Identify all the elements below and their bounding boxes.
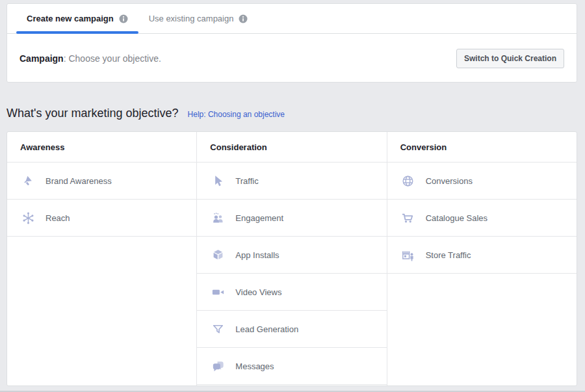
campaign-setup-card: Create new campaign Use existing campaig… — [6, 3, 577, 83]
column-header: Consideration — [197, 132, 386, 163]
objective-heading-row: What's your marketing objective? Help: C… — [6, 107, 285, 120]
campaign-header-row: Campaign : Choose your objective. Switch… — [7, 34, 577, 83]
megaphone-icon — [20, 173, 36, 189]
info-icon[interactable] — [239, 14, 248, 23]
objective-label: App Installs — [235, 250, 279, 260]
objective-app-installs[interactable]: App Installs — [197, 237, 386, 274]
tab-label: Create new campaign — [27, 14, 114, 23]
reach-icon — [20, 210, 36, 226]
objective-conversions[interactable]: Conversions — [387, 163, 577, 200]
objective-label: Brand Awareness — [46, 176, 112, 186]
objective-label: Catalogue Sales — [426, 213, 488, 223]
page-title: What's your marketing objective? — [6, 107, 179, 120]
objective-traffic[interactable]: Traffic — [197, 163, 386, 200]
column-conversion: Conversion Conversions Catalogue Sales — [387, 132, 577, 385]
globe-icon — [400, 173, 416, 189]
column-header: Conversion — [387, 132, 577, 163]
tab-create-new-campaign[interactable]: Create new campaign — [16, 4, 138, 33]
objective-label: Reach — [46, 213, 70, 223]
objective-catalogue-sales[interactable]: Catalogue Sales — [387, 200, 577, 237]
objective-store-traffic[interactable]: Store Traffic — [387, 237, 577, 274]
objective-label: Lead Generation — [235, 324, 298, 334]
cursor-icon — [210, 173, 226, 189]
people-icon — [210, 210, 226, 226]
objective-messages[interactable]: Messages — [197, 348, 386, 385]
video-camera-icon — [210, 284, 226, 300]
column-awareness: Awareness Brand Awareness — [7, 132, 196, 385]
campaign-step-title: Campaign — [20, 53, 64, 64]
storefront-icon — [400, 247, 416, 263]
objective-label: Video Views — [235, 287, 281, 297]
objective-video-views[interactable]: Video Views — [197, 274, 386, 311]
campaign-step-subtitle: : Choose your objective. — [64, 53, 161, 64]
objective-label: Store Traffic — [426, 250, 471, 260]
switch-to-quick-creation-button[interactable]: Switch to Quick Creation — [456, 49, 564, 68]
info-icon[interactable] — [119, 14, 128, 23]
objective-reach[interactable]: Reach — [7, 200, 196, 237]
objective-label: Messages — [235, 361, 274, 371]
objective-lead-generation[interactable]: Lead Generation — [197, 311, 386, 348]
column-consideration: Consideration Traffic — [196, 132, 386, 385]
objective-label: Traffic — [235, 176, 258, 186]
objective-label: Engagement — [235, 213, 283, 223]
cart-icon — [400, 210, 416, 226]
cube-icon — [210, 247, 226, 263]
objectives-table: Awareness Brand Awareness — [6, 131, 577, 386]
funnel-icon — [210, 321, 226, 337]
tab-use-existing-campaign[interactable]: Use existing campaign — [138, 4, 259, 33]
objective-label: Conversions — [426, 176, 473, 186]
help-choosing-objective-link[interactable]: Help: Choosing an objective — [188, 110, 285, 119]
tab-label: Use existing campaign — [149, 14, 234, 23]
objective-engagement[interactable]: Engagement — [197, 200, 386, 237]
chat-bubbles-icon — [210, 358, 226, 374]
objective-brand-awareness[interactable]: Brand Awareness — [7, 163, 196, 200]
tab-bar: Create new campaign Use existing campaig… — [7, 4, 577, 34]
column-header: Awareness — [7, 132, 196, 163]
